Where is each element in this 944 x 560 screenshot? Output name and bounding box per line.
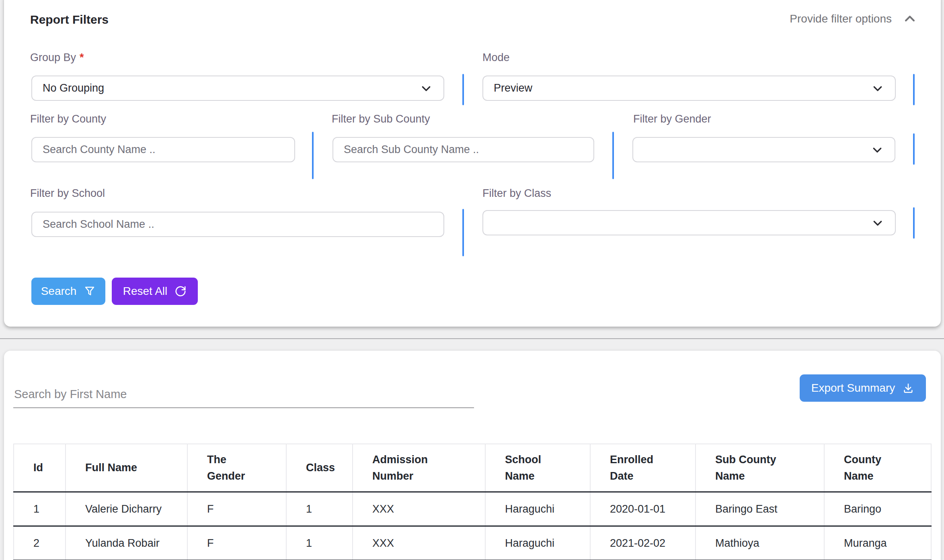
export-summary-label: Export Summary bbox=[811, 382, 895, 394]
column-header-county-name: County Name bbox=[824, 444, 931, 492]
group-by-label: Group By* bbox=[30, 51, 84, 64]
cell-sub-county-name: Baringo East bbox=[696, 492, 824, 526]
cell-admission-number: XXX bbox=[353, 526, 485, 560]
required-asterisk: * bbox=[80, 51, 84, 63]
table-row: 2 Yulanda Robair F 1 XXX Haraguchi 2021-… bbox=[14, 526, 931, 560]
school-filter-label: Filter by School bbox=[30, 187, 105, 200]
sub-county-search-input[interactable] bbox=[332, 137, 594, 162]
results-table: Id Full Name The Gender Class Admission … bbox=[13, 444, 932, 560]
class-select[interactable] bbox=[482, 210, 896, 235]
reset-refresh-icon bbox=[174, 285, 187, 297]
chevron-down-icon bbox=[872, 217, 884, 229]
school-search-input[interactable] bbox=[31, 212, 444, 237]
results-panel: Export Summary Id Full Name The Gender C… bbox=[4, 351, 941, 560]
cell-enrolled-date: 2020-01-01 bbox=[590, 492, 696, 526]
blue-separator bbox=[462, 209, 464, 256]
cell-gender: F bbox=[187, 492, 286, 526]
cell-class: 1 bbox=[286, 526, 353, 560]
filter-collapse-toggle[interactable]: Provide filter options bbox=[790, 12, 917, 26]
cell-school-name: Haraguchi bbox=[485, 492, 590, 526]
class-filter-label: Filter by Class bbox=[482, 187, 551, 200]
cell-enrolled-date: 2021-02-02 bbox=[590, 526, 696, 560]
column-header-admission-number: Admission Number bbox=[353, 444, 485, 492]
reset-all-button-label: Reset All bbox=[123, 285, 168, 298]
column-header-sub-county-name: Sub County Name bbox=[696, 444, 824, 492]
column-header-enrolled-date: Enrolled Date bbox=[590, 444, 696, 492]
cell-sub-county-name: Mathioya bbox=[696, 526, 824, 560]
chevron-up-icon bbox=[903, 12, 917, 26]
county-filter-label: Filter by County bbox=[30, 113, 106, 125]
filter-icon bbox=[84, 285, 96, 297]
search-button-label: Search bbox=[41, 285, 77, 298]
chevron-down-icon bbox=[420, 82, 432, 94]
blue-separator bbox=[312, 132, 314, 179]
chevron-down-icon bbox=[872, 82, 884, 94]
panel-title: Report Filters bbox=[30, 13, 109, 27]
cell-id: 2 bbox=[14, 526, 66, 560]
column-header-full-name: Full Name bbox=[66, 444, 187, 492]
gender-select[interactable] bbox=[632, 137, 895, 162]
blue-separator bbox=[913, 74, 915, 105]
blue-separator bbox=[462, 74, 464, 105]
column-header-school-name: School Name bbox=[485, 444, 590, 492]
download-icon bbox=[902, 382, 914, 394]
cell-school-name: Haraguchi bbox=[485, 526, 590, 560]
sub-county-filter-label: Filter by Sub County bbox=[332, 113, 430, 125]
column-header-class: Class bbox=[286, 444, 353, 492]
results-table-wrap: Id Full Name The Gender Class Admission … bbox=[13, 444, 932, 560]
first-name-search-input[interactable] bbox=[13, 381, 474, 408]
collapse-toggle-label: Provide filter options bbox=[790, 12, 892, 25]
column-header-id: Id bbox=[14, 444, 66, 492]
blue-separator bbox=[913, 133, 915, 165]
cell-full-name: Valerie Dicharry bbox=[66, 492, 187, 526]
cell-admission-number: XXX bbox=[353, 492, 485, 526]
group-by-value: No Grouping bbox=[43, 82, 104, 94]
search-button[interactable]: Search bbox=[31, 278, 105, 305]
cell-full-name: Yulanda Robair bbox=[66, 526, 187, 560]
blue-separator bbox=[612, 132, 614, 179]
cell-gender: F bbox=[187, 526, 286, 560]
cell-county-name: Baringo bbox=[824, 492, 931, 526]
gender-filter-label: Filter by Gender bbox=[633, 113, 711, 125]
cell-id: 1 bbox=[14, 492, 66, 526]
export-summary-button[interactable]: Export Summary bbox=[800, 374, 926, 402]
mode-select[interactable]: Preview bbox=[482, 76, 896, 101]
cell-class: 1 bbox=[286, 492, 353, 526]
report-filters-panel: Report Filters Provide filter options Gr… bbox=[4, 0, 941, 327]
mode-label: Mode bbox=[482, 51, 510, 64]
chevron-down-icon bbox=[871, 144, 883, 156]
county-search-input[interactable] bbox=[31, 137, 295, 162]
mode-value: Preview bbox=[494, 82, 532, 94]
table-header-row: Id Full Name The Gender Class Admission … bbox=[14, 444, 931, 492]
section-divider bbox=[0, 338, 944, 339]
reset-all-button[interactable]: Reset All bbox=[112, 278, 198, 305]
table-row: 1 Valerie Dicharry F 1 XXX Haraguchi 202… bbox=[14, 492, 931, 526]
cell-county-name: Muranga bbox=[824, 526, 931, 560]
blue-separator bbox=[913, 207, 915, 239]
column-header-gender: The Gender bbox=[187, 444, 286, 492]
group-by-select[interactable]: No Grouping bbox=[31, 76, 444, 101]
